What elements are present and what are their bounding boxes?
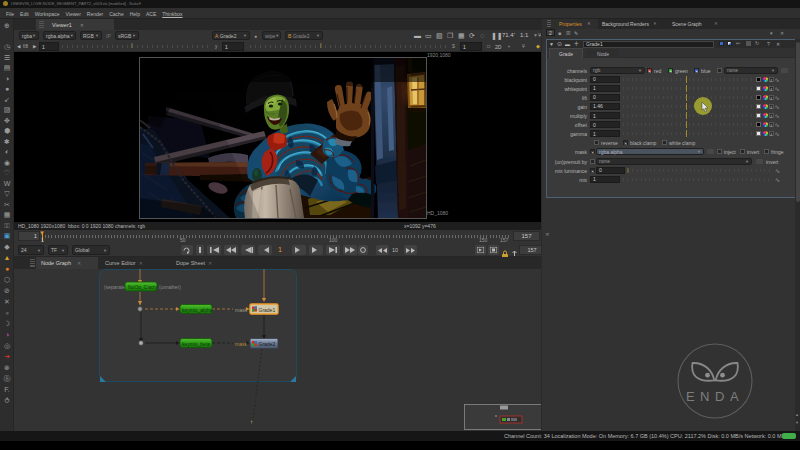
svg-text:keymix_alpha: keymix_alpha [182,307,213,313]
svg-text:keymix_beta: keymix_beta [182,341,210,347]
svg-text:ENDA: ENDA [686,389,744,404]
svg-text:Grade2: Grade2 [259,341,276,347]
svg-text:↑: ↑ [250,419,253,425]
svg-text:(separate): (separate) [104,284,127,290]
svg-text:(unrather): (unrather) [159,284,181,290]
svg-text:Grade1: Grade1 [259,307,276,313]
svg-text:NoOp_Crazy: NoOp_Crazy [128,284,157,290]
svg-text:mask: mask [235,307,247,313]
svg-text:mask: mask [235,341,247,347]
